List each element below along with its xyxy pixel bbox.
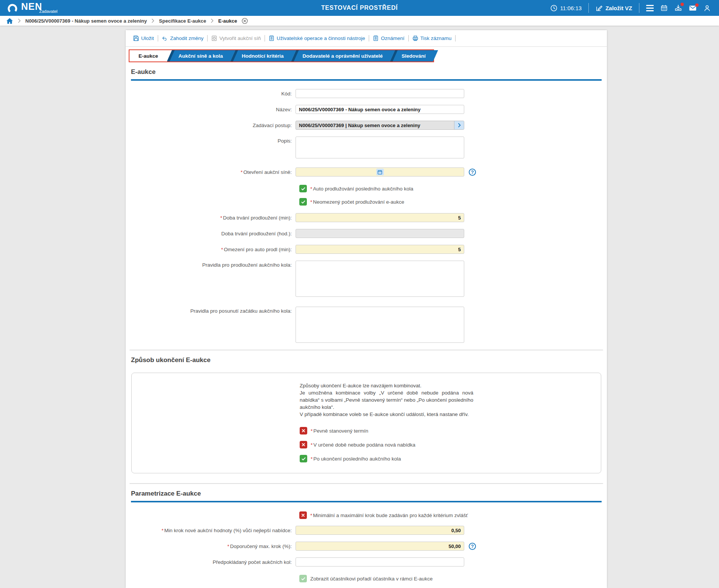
notification-badge bbox=[695, 3, 699, 7]
user-icon bbox=[704, 5, 711, 12]
section-divider bbox=[129, 350, 603, 350]
checkbox-label: *Neomezený počet prodlužování e-aukce bbox=[310, 199, 404, 205]
end-methods-info-line3: V případě kombinace voleb se E-aukce uko… bbox=[300, 411, 473, 418]
checkbox-label: *V určené době nebude podána nová nabídk… bbox=[311, 442, 416, 448]
end-methods-info-line2: Je umožněna kombinace volby „V určené do… bbox=[300, 389, 473, 411]
checkbox-po-ukonceni-checked[interactable] bbox=[300, 455, 307, 462]
breadcrumb-item-current[interactable]: E-aukce bbox=[218, 18, 237, 24]
section-title-zpusob-ukonceni: Způsob ukončení E-aukce bbox=[131, 356, 602, 367]
create-vz-button[interactable]: Založit VZ bbox=[596, 5, 632, 12]
close-tab-icon[interactable] bbox=[242, 18, 248, 24]
tab-strip: E-aukce Aukční síně a kola Hodnotící kri… bbox=[129, 49, 434, 62]
zadavaci-postup-value: N006/25/V00007369 | Nákup semen ovoce a … bbox=[296, 123, 454, 128]
pravidla-prodlouzeni-label: Pravidla pro prodloužení aukčního kola: bbox=[126, 261, 296, 268]
checkbox-label: *Auto prodlužování posledního aukčního k… bbox=[310, 186, 413, 192]
nazev-input[interactable] bbox=[296, 105, 464, 114]
help-icon[interactable]: ? bbox=[469, 169, 476, 176]
clipboard-icon bbox=[373, 35, 379, 41]
edit-icon bbox=[596, 5, 603, 12]
open-detail-button[interactable] bbox=[454, 121, 464, 129]
doba-trvani-min-input[interactable] bbox=[296, 213, 464, 222]
kod-input[interactable] bbox=[296, 89, 464, 98]
tab-hodnotici-kriteria[interactable]: Hodnotící kritéria bbox=[234, 50, 291, 61]
checkbox-min-max-krok-unchecked[interactable] bbox=[299, 511, 307, 519]
tab-dodavatele-a-opravneni-uzivatele[interactable]: Dodavatelé a oprávnění uživatelé bbox=[295, 50, 390, 61]
chevron-right-icon bbox=[18, 18, 21, 23]
pocet-kol-label: Předpokládaný počet aukčních kol: bbox=[126, 559, 296, 565]
calendar-icon bbox=[660, 5, 668, 12]
brand-subtitle: Zadavatel bbox=[39, 9, 57, 14]
otevreni-date-input[interactable] bbox=[296, 167, 464, 177]
popis-textarea[interactable] bbox=[296, 137, 464, 158]
printer-icon bbox=[413, 35, 418, 41]
end-methods-info-line1: Způsoby ukončení E-aukce lze navzájem ko… bbox=[300, 382, 473, 389]
clock-icon bbox=[550, 5, 557, 12]
pravidla-posunuti-textarea[interactable] bbox=[296, 307, 464, 343]
environment-title: TESTOVACÍ PROSTŘEDÍ bbox=[321, 5, 398, 11]
checkbox-poradi-checked-disabled[interactable] bbox=[299, 575, 307, 582]
top-header-bar: NEN Zadavatel TESTOVACÍ PROSTŘEDÍ 11:06:… bbox=[0, 0, 719, 16]
undo-icon bbox=[162, 36, 168, 41]
tab-e-aukce[interactable]: E-aukce bbox=[129, 50, 167, 61]
x-icon bbox=[301, 428, 306, 433]
popis-label: Popis: bbox=[126, 137, 296, 144]
checkbox-neomezeny-pocet-checked[interactable] bbox=[299, 198, 307, 206]
checkbox-auto-prodluzovani-checked[interactable] bbox=[299, 185, 307, 192]
tab-aukcni-sine-a-kola[interactable]: Aukční síně a kola bbox=[171, 50, 231, 61]
downloads-button[interactable] bbox=[674, 4, 682, 12]
record-toolbar: Uložit Zahodit změny Vytvořit aukční síň bbox=[126, 30, 607, 47]
pravidla-prodlouzeni-textarea[interactable] bbox=[296, 261, 464, 297]
doba-trvani-hod-label: Doba trvání prodloužení (hod.): bbox=[126, 230, 296, 237]
doba-trvani-hod-input[interactable] bbox=[296, 229, 464, 238]
pocet-kol-input[interactable] bbox=[296, 557, 464, 567]
notification-badge bbox=[681, 3, 684, 6]
discard-changes-button[interactable]: Zahodit změny bbox=[158, 35, 208, 41]
max-krok-input[interactable] bbox=[296, 542, 464, 551]
calendar-icon[interactable] bbox=[376, 169, 384, 175]
check-icon bbox=[301, 200, 306, 204]
nen-logo-icon bbox=[7, 3, 18, 14]
section-divider bbox=[129, 483, 603, 484]
calendar-button[interactable] bbox=[660, 5, 668, 12]
print-record-button[interactable]: Tisk záznamu bbox=[409, 35, 456, 41]
omezeni-auto-prodl-label: *Omezení pro auto prodl (min): bbox=[126, 246, 296, 253]
user-operations-button[interactable]: Uživatelské operace a činnosti nástroje bbox=[265, 35, 369, 41]
zadavaci-postup-label: Zadávací postup: bbox=[126, 122, 296, 129]
kod-label: Kód: bbox=[126, 91, 296, 97]
messages-button[interactable] bbox=[689, 5, 697, 11]
toolbar-divider bbox=[455, 35, 456, 41]
checkbox-label: *Minimální a maximální krok bude zadáván… bbox=[310, 513, 468, 518]
content-card: Uložit Zahodit změny Vytvořit aukční síň bbox=[126, 30, 607, 588]
notifications-button[interactable]: Oznámení bbox=[369, 35, 408, 41]
zadavaci-postup-field[interactable]: N006/25/V00007369 | Nákup semen ovoce a … bbox=[296, 121, 464, 130]
breadcrumb-item-procedure[interactable]: N006/25/V00007369 - Nákup semen ovoce a … bbox=[25, 18, 147, 24]
checkbox-label: Zobrazit účastníkovi pořadí účastníka v … bbox=[310, 576, 433, 582]
tab-sledovani[interactable]: Sledování bbox=[394, 50, 433, 61]
help-icon[interactable]: ? bbox=[469, 543, 476, 550]
divider bbox=[588, 3, 589, 13]
pravidla-posunuti-label: Pravidla pro posunutí začátku aukčního k… bbox=[126, 307, 296, 314]
menu-button[interactable] bbox=[646, 5, 654, 11]
breadcrumb: N006/25/V00007369 - Nákup semen ovoce a … bbox=[0, 16, 719, 26]
user-account-button[interactable] bbox=[704, 5, 711, 12]
doba-trvani-min-label: *Doba trvání prodloužení (min): bbox=[126, 215, 296, 221]
divider bbox=[639, 3, 639, 13]
checkbox-pevny-termin-unchecked[interactable] bbox=[300, 427, 307, 434]
nazev-label: Název: bbox=[126, 106, 296, 113]
checkbox-urcene-dobe-unchecked[interactable] bbox=[300, 441, 307, 448]
omezeni-auto-prodl-input[interactable] bbox=[296, 245, 464, 254]
checkbox-label: *Po ukončení posledního aukčního kola bbox=[311, 456, 401, 462]
home-icon[interactable] bbox=[6, 18, 13, 24]
nen-logo[interactable]: NEN Zadavatel bbox=[7, 2, 57, 14]
x-icon bbox=[301, 513, 305, 517]
hamburger-menu-icon bbox=[646, 5, 654, 11]
max-krok-label: *Doporučený max. krok (%): bbox=[126, 543, 296, 550]
breadcrumb-item-specification[interactable]: Specifikace E-aukce bbox=[159, 18, 206, 24]
check-icon bbox=[301, 456, 306, 461]
save-button[interactable]: Uložit bbox=[129, 35, 158, 41]
min-krok-input[interactable] bbox=[296, 526, 464, 535]
create-auction-room-button[interactable]: Vytvořit aukční síň bbox=[208, 35, 265, 41]
check-icon bbox=[301, 186, 306, 191]
end-methods-box: Způsoby ukončení E-aukce lze navzájem ko… bbox=[131, 373, 601, 473]
checkbox-label: *Pevně stanovený termín bbox=[311, 428, 368, 434]
